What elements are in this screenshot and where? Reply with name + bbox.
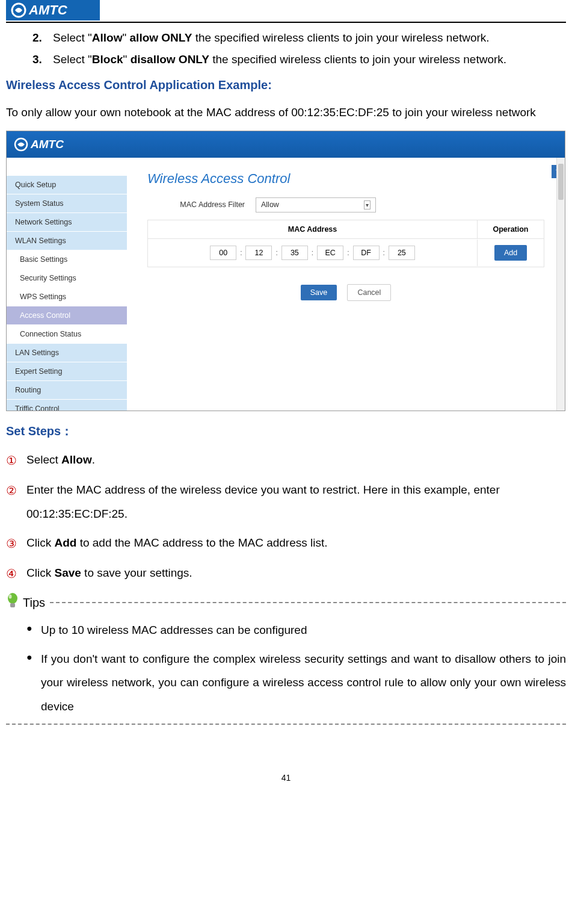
mac-separator: :	[347, 249, 349, 257]
dashed-rule	[50, 602, 566, 603]
step-1: ① Select Allow.	[6, 448, 566, 473]
step-marker: ①	[6, 448, 26, 473]
step-2: ② Enter the MAC address of the wireless …	[6, 478, 566, 526]
sidebar-item[interactable]: Access Control	[7, 306, 127, 325]
brand-logo-icon: AMTC	[11, 2, 95, 18]
sidebar-item[interactable]: LAN Settings	[7, 344, 127, 362]
filter-select[interactable]: Allow ▾	[256, 197, 376, 212]
mac-separator: :	[312, 249, 313, 257]
bullet-icon: ●	[26, 647, 41, 719]
scrollbar-thumb[interactable]	[558, 164, 564, 200]
sidebar-item[interactable]: System Status	[7, 194, 127, 213]
mac-octet-input[interactable]	[245, 246, 272, 260]
app-screenshot: AMTC Quick SetupSystem StatusNetwork Set…	[6, 131, 565, 411]
app-sidebar: Quick SetupSystem StatusNetwork Settings…	[7, 158, 127, 411]
chevron-down-icon: ▾	[364, 200, 371, 209]
mac-table: MAC Address Operation ::::: Add	[147, 220, 544, 267]
mac-separator: :	[275, 249, 277, 257]
brand-logo-text: AMTC	[28, 2, 68, 17]
sidebar-item[interactable]: Security Settings	[7, 269, 127, 288]
save-button[interactable]: Save	[301, 285, 337, 300]
numbered-body: Select "Block" disallow ONLY the specifi…	[53, 53, 566, 66]
svg-text:AMTC: AMTC	[30, 138, 64, 150]
lightbulb-icon	[6, 592, 19, 613]
mac-octet-input[interactable]	[389, 246, 415, 260]
step-4: ④ Click Save to save your settings.	[6, 561, 566, 586]
step-marker: ④	[6, 561, 26, 586]
th-operation: Operation	[478, 220, 544, 238]
tip-1: ● Up to 10 wireless MAC addresses can be…	[26, 618, 566, 642]
sidebar-item[interactable]: Basic Settings	[7, 250, 127, 269]
dashed-rule-end	[6, 724, 566, 725]
heading-example: Wireless Access Control Application Exam…	[6, 78, 566, 92]
app-logo-icon: AMTC	[14, 137, 92, 152]
numbered-marker: 2.	[32, 31, 53, 45]
filter-label: MAC Address Filter	[147, 200, 256, 209]
step-3: ③ Click Add to add the MAC address to th…	[6, 531, 566, 556]
header-rule	[6, 22, 566, 23]
table-header: MAC Address Operation	[148, 220, 544, 239]
sidebar-item[interactable]: Quick Setup	[7, 176, 127, 194]
app-main: ? Wireless Access Control MAC Address Fi…	[127, 158, 565, 411]
panel-title: Wireless Access Control	[147, 171, 544, 187]
step-marker: ③	[6, 531, 26, 556]
heading-steps: Set Steps：	[6, 423, 566, 439]
table-row: ::::: Add	[148, 239, 544, 267]
tips-list: ● Up to 10 wireless MAC addresses can be…	[26, 618, 566, 719]
filter-row: MAC Address Filter Allow ▾	[147, 197, 544, 212]
add-button[interactable]: Add	[494, 245, 527, 261]
sidebar-item[interactable]: Triffic Control	[7, 400, 127, 411]
action-row: Save Cancel	[147, 284, 544, 301]
sidebar-item[interactable]: WPS Settings	[7, 288, 127, 306]
tips-label: Tips	[23, 596, 45, 610]
filter-value: Allow	[261, 200, 279, 209]
app-topbar: AMTC	[7, 131, 565, 158]
mac-separator: :	[383, 249, 385, 257]
cancel-button[interactable]: Cancel	[347, 284, 391, 301]
numbered-item-2: 2. Select "Allow" allow ONLY the specifi…	[32, 31, 566, 45]
svg-rect-4	[10, 603, 15, 607]
step-marker: ②	[6, 478, 26, 526]
mac-octet-input[interactable]	[281, 246, 308, 260]
sidebar-item[interactable]: Routing	[7, 381, 127, 400]
brand-logo-bar: AMTC	[6, 0, 100, 20]
sidebar-item[interactable]: Connection Status	[7, 325, 127, 344]
mac-octet-input[interactable]	[353, 246, 380, 260]
mac-input-group: :::::	[148, 240, 478, 266]
tip-2: ● If you don't want to configure the com…	[26, 647, 566, 719]
svg-point-3	[8, 593, 17, 604]
mac-octet-input[interactable]	[210, 246, 236, 260]
numbered-item-3: 3. Select "Block" disallow ONLY the spec…	[32, 53, 566, 66]
tips-header: Tips	[6, 592, 566, 613]
page-number: 41	[6, 773, 566, 783]
mac-separator: :	[240, 249, 242, 257]
sidebar-item[interactable]: WLAN Settings	[7, 232, 127, 250]
scrollbar[interactable]	[556, 158, 565, 411]
sidebar-item[interactable]: Expert Setting	[7, 362, 127, 381]
steps-list: ① Select Allow. ② Enter the MAC address …	[6, 448, 566, 586]
th-mac: MAC Address	[148, 220, 478, 238]
numbered-body: Select "Allow" allow ONLY the specified …	[53, 31, 566, 45]
bullet-icon: ●	[26, 618, 41, 642]
numbered-marker: 3.	[32, 53, 53, 66]
sidebar-item[interactable]: Network Settings	[7, 213, 127, 232]
svg-point-5	[9, 594, 12, 598]
mac-octet-input[interactable]	[317, 246, 343, 260]
paragraph-example: To only allow your own notebook at the M…	[6, 101, 566, 125]
